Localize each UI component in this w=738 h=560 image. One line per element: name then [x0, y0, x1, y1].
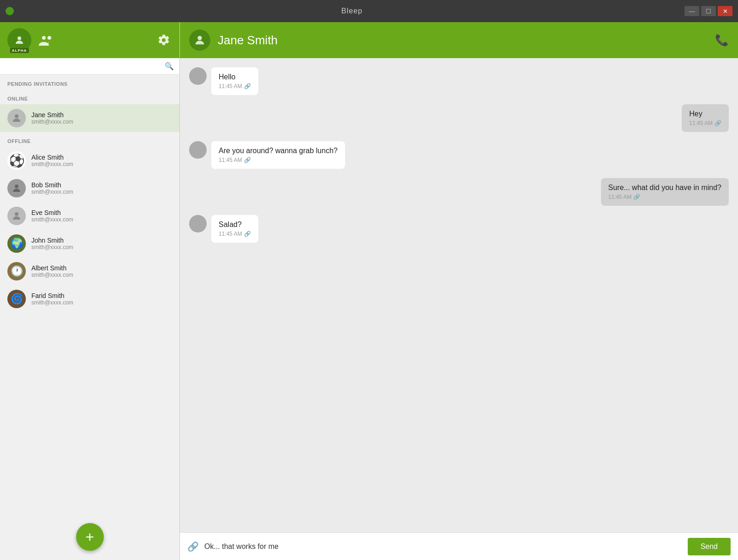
contact-info-farid: Farid Smith smith@xxxx.com [31, 292, 172, 306]
section-online: ONLINE [0, 89, 179, 104]
message-time: 11:45 AM [608, 194, 632, 200]
send-button[interactable]: Send [688, 538, 731, 555]
message-meta: 11:45 AM 🔗 [219, 231, 251, 237]
section-pending: PENDING INVITATIONS [0, 75, 179, 89]
person-icon [193, 219, 203, 229]
contact-avatar-farid: 🌀 [7, 290, 26, 308]
minimize-button[interactable]: — [684, 6, 699, 16]
contact-avatar-john: 🌍 [7, 234, 26, 253]
svg-point-6 [197, 36, 202, 40]
contact-info-bob: Bob Smith smith@xxxx.com [31, 181, 172, 195]
user-avatar[interactable]: ALPHA [7, 28, 31, 52]
group-icon [39, 34, 54, 47]
contact-info-albert: Albert Smith smith@xxxx.com [31, 264, 172, 278]
link-icon: 🔗 [633, 194, 640, 200]
message-input-area: 🔗 Send [180, 532, 738, 560]
contact-name: Jane Smith [31, 111, 172, 119]
contact-name: Eve Smith [31, 209, 172, 216]
link-icon: 🔗 [244, 157, 251, 163]
contact-info-jane: Jane Smith smith@xxxx.com [31, 111, 172, 125]
attach-icon[interactable]: 🔗 [187, 541, 199, 552]
message-bubble: Sure... what did you have in mind? 11:45… [601, 178, 729, 206]
message-text: Are you around? wanna grab lunch? [219, 147, 338, 155]
settings-button[interactable] [155, 32, 172, 48]
link-icon: 🔗 [714, 120, 721, 126]
person-icon [11, 210, 22, 221]
chat-header: Jane Smith 📞 [180, 22, 738, 58]
contact-albert-smith[interactable]: 🕐 Albert Smith smith@xxxx.com [0, 257, 179, 285]
contact-name: Farid Smith [31, 292, 172, 299]
contact-name: Albert Smith [31, 264, 172, 272]
message-meta: 11:45 AM 🔗 [689, 120, 721, 126]
message-time: 11:45 AM [219, 231, 242, 237]
contact-john-smith[interactable]: 🌍 John Smith smith@xxxx.com [0, 230, 179, 257]
contact-name: Alice Smith [31, 154, 172, 161]
contact-avatar-alice: ⚽ [7, 151, 26, 170]
message-text: Hey [689, 110, 721, 118]
message-avatar [189, 141, 207, 159]
phone-call-icon[interactable]: 📞 [715, 34, 729, 47]
person-icon [193, 34, 206, 47]
message-time: 11:45 AM [689, 120, 713, 126]
contact-avatar-albert: 🕐 [7, 262, 26, 280]
link-icon: 🔗 [244, 231, 251, 237]
message-avatar [189, 67, 207, 85]
contact-email: smith@xxxx.com [31, 216, 172, 223]
contact-avatar-bob [7, 179, 26, 197]
message-text: Sure... what did you have in mind? [608, 184, 721, 192]
contacts-nav-button[interactable] [37, 30, 56, 50]
contact-alice-smith[interactable]: ⚽ Alice Smith smith@xxxx.com [0, 147, 179, 174]
contact-bob-smith[interactable]: Bob Smith smith@xxxx.com [0, 174, 179, 202]
chat-contact-name: Jane Smith [218, 33, 708, 48]
contact-jane-smith[interactable]: Jane Smith smith@xxxx.com [0, 104, 179, 132]
message-row: Salad? 11:45 AM 🔗 [189, 215, 729, 243]
svg-point-2 [48, 36, 51, 40]
search-bar: 🔍 [0, 58, 179, 75]
svg-point-0 [18, 36, 21, 40]
person-icon [11, 113, 22, 124]
svg-point-3 [15, 114, 18, 118]
message-text: Salad? [219, 220, 251, 229]
contact-farid-smith[interactable]: 🌀 Farid Smith smith@xxxx.com [0, 285, 179, 313]
contact-eve-smith[interactable]: Eve Smith smith@xxxx.com [0, 202, 179, 230]
message-bubble: Hello 11:45 AM 🔗 [211, 67, 258, 95]
contact-email: smith@xxxx.com [31, 299, 172, 306]
contact-list: PENDING INVITATIONS ONLINE Jane Smith sm… [0, 75, 179, 560]
contact-avatar-eve [7, 207, 26, 225]
message-time: 11:45 AM [219, 83, 242, 89]
svg-point-7 [196, 73, 199, 76]
messages-list: Hello 11:45 AM 🔗 Hey 11:45 AM 🔗 [180, 58, 738, 532]
svg-point-1 [42, 36, 46, 40]
message-meta: 11:45 AM 🔗 [219, 83, 251, 89]
section-offline: OFFLINE [0, 132, 179, 147]
window-controls: — ☐ ✕ [684, 6, 732, 16]
person-icon [11, 183, 22, 194]
contact-email: smith@xxxx.com [31, 244, 172, 250]
sidebar-header: ALPHA [0, 22, 179, 58]
svg-point-4 [15, 185, 18, 188]
message-row: Are you around? wanna grab lunch? 11:45 … [189, 141, 729, 169]
person-icon [193, 71, 203, 81]
svg-point-5 [15, 212, 18, 216]
person-icon [14, 35, 25, 46]
message-avatar [189, 215, 207, 232]
message-bubble: Hey 11:45 AM 🔗 [682, 104, 729, 132]
contact-name: Bob Smith [31, 181, 172, 189]
alpha-badge: ALPHA [10, 48, 29, 53]
contact-email: smith@xxxx.com [31, 119, 172, 125]
contact-info-john: John Smith smith@xxxx.com [31, 237, 172, 250]
sidebar: ALPHA 🔍 [0, 22, 180, 560]
chat-contact-avatar [189, 30, 210, 51]
message-input[interactable] [204, 542, 682, 551]
search-icon: 🔍 [165, 62, 174, 71]
app-dot-icon [6, 7, 14, 15]
close-button[interactable]: ✕ [718, 6, 732, 16]
message-row: Hey 11:45 AM 🔗 [189, 104, 729, 132]
maximize-button[interactable]: ☐ [701, 6, 716, 16]
add-contact-button[interactable]: + [76, 523, 104, 551]
gear-icon [157, 34, 170, 47]
svg-point-9 [196, 220, 199, 224]
message-row: Hello 11:45 AM 🔗 [189, 67, 729, 95]
contact-info-eve: Eve Smith smith@xxxx.com [31, 209, 172, 223]
search-input[interactable] [6, 63, 165, 70]
